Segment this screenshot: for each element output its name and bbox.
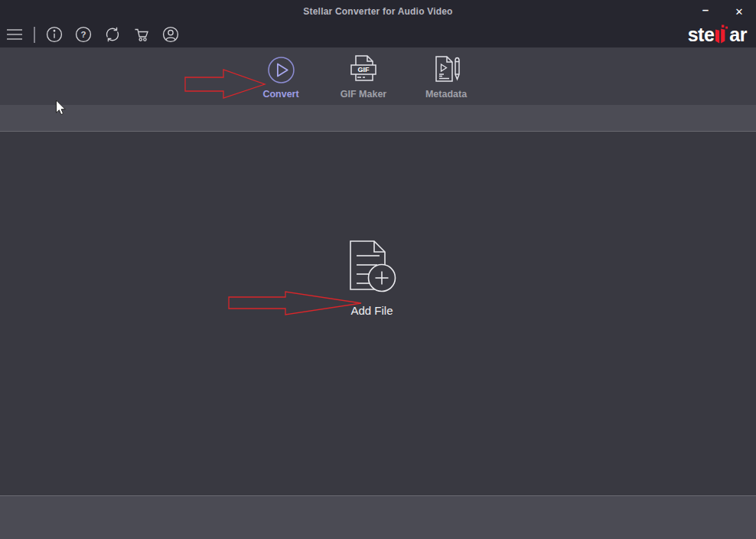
logo-text-pre: ste xyxy=(688,24,715,44)
tab-gif-maker[interactable]: GIF GIF Maker xyxy=(327,53,400,100)
toolbar: ? ste xyxy=(0,23,756,47)
stellar-logo: ste ar xyxy=(688,24,747,44)
svg-text:?: ? xyxy=(80,30,86,39)
update-icon[interactable] xyxy=(104,26,121,43)
mouse-cursor xyxy=(55,100,67,119)
tab-gif-maker-label: GIF Maker xyxy=(341,89,386,100)
tab-metadata-label: Metadata xyxy=(425,89,467,100)
help-icon[interactable]: ? xyxy=(75,26,92,43)
tool-tab-bar: Convert GIF GIF Maker xyxy=(0,47,756,105)
gif-maker-icon: GIF xyxy=(347,53,380,87)
convert-main-panel: Add File xyxy=(0,132,756,495)
red-arrow-to-add-file xyxy=(226,289,367,321)
subheader-strip xyxy=(0,105,756,132)
window-title: Stellar Converter for Audio Video xyxy=(303,6,452,17)
title-bar: Stellar Converter for Audio Video – ✕ xyxy=(0,0,756,23)
logo-red-mark-icon xyxy=(715,24,728,44)
tab-convert-label: Convert xyxy=(262,89,298,100)
logo-text-post: ar xyxy=(729,24,747,44)
metadata-icon xyxy=(431,53,461,87)
app-window: Stellar Converter for Audio Video – ✕ ? xyxy=(0,0,756,539)
svg-text:GIF: GIF xyxy=(358,66,370,74)
tabs-group: Convert GIF GIF Maker xyxy=(244,53,483,100)
convert-play-icon xyxy=(267,53,295,87)
red-arrow-to-convert xyxy=(182,66,268,106)
footer-bar xyxy=(0,495,756,539)
close-button[interactable]: ✕ xyxy=(722,0,756,23)
account-icon[interactable] xyxy=(162,26,179,43)
info-icon[interactable] xyxy=(46,26,63,43)
window-controls: – ✕ xyxy=(689,0,756,23)
minimize-button[interactable]: – xyxy=(689,0,722,23)
cart-icon[interactable] xyxy=(133,26,150,43)
tab-metadata[interactable]: Metadata xyxy=(409,53,483,100)
toolbar-separator xyxy=(34,27,35,43)
menu-icon[interactable] xyxy=(6,26,23,43)
